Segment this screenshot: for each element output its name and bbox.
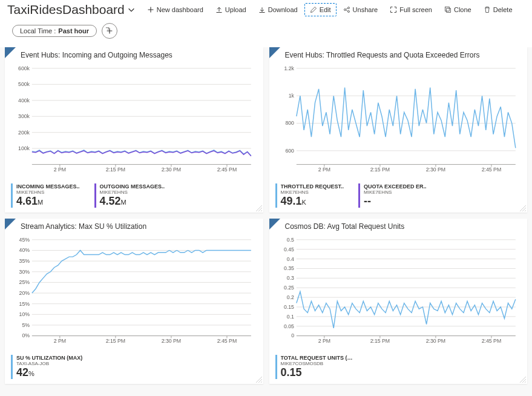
svg-text:15%: 15% <box>19 301 30 307</box>
upload-button[interactable]: Upload <box>210 3 252 16</box>
svg-text:2:15 PM: 2:15 PM <box>370 338 389 344</box>
svg-text:2 PM: 2 PM <box>318 167 330 173</box>
legend-label: SU % UTILIZATION (MAX) <box>16 355 82 361</box>
legend-value: -- <box>364 195 427 208</box>
svg-text:2:45 PM: 2:45 PM <box>481 338 501 344</box>
legend-value: 49.1K <box>281 195 344 208</box>
legend-item[interactable]: SU % UTILIZATION (MAX) TAXI-ASA-JOB 42% <box>11 355 82 379</box>
legend-sublabel: MIKE7COSMOSDB <box>281 361 353 366</box>
svg-text:0.05: 0.05 <box>284 323 294 329</box>
svg-text:0.45: 0.45 <box>284 246 294 252</box>
plus-icon <box>147 6 154 13</box>
legend-value: 4.52M <box>100 195 165 208</box>
tile-menu-corner[interactable] <box>5 219 16 229</box>
svg-text:20%: 20% <box>19 290 30 296</box>
svg-text:600k: 600k <box>18 65 30 71</box>
edit-button[interactable]: Edit <box>304 3 337 16</box>
svg-rect-4 <box>447 8 451 13</box>
svg-text:2:45 PM: 2:45 PM <box>481 167 501 173</box>
svg-point-0 <box>344 9 346 11</box>
fullscreen-button[interactable]: Full screen <box>384 3 438 16</box>
toolbar: New dashboard Upload Download Edit Unsha… <box>142 3 518 16</box>
upload-icon <box>215 6 223 13</box>
trash-icon <box>484 6 491 13</box>
tile-title: Stream Analytics: Max SU % Utilization <box>21 222 257 231</box>
legend-item[interactable]: QUOTA EXCEEDED ER.. MIKE7EHNS -- <box>358 183 427 208</box>
add-filter-icon <box>105 27 114 35</box>
svg-text:2:15 PM: 2:15 PM <box>106 167 125 173</box>
legend-label: QUOTA EXCEEDED ER.. <box>364 183 427 190</box>
resize-handle-icon[interactable] <box>520 205 526 211</box>
svg-text:2:45 PM: 2:45 PM <box>217 338 237 344</box>
legend-value: 0.15 <box>281 366 353 379</box>
svg-text:10%: 10% <box>19 311 30 317</box>
svg-text:2:45 PM: 2:45 PM <box>217 167 237 173</box>
legend-sublabel: MIKE7EHNS <box>16 190 80 195</box>
legend-item[interactable]: INCOMING MESSAGES.. MIKE7EHNS 4.61M <box>11 183 80 208</box>
chart-eventhubs-messages[interactable]: 100k200k300k400k500k600k2 PM2:15 PM2:30 … <box>11 63 257 178</box>
svg-text:0.35: 0.35 <box>284 265 294 271</box>
svg-text:200k: 200k <box>18 130 30 136</box>
add-filter-button[interactable] <box>102 23 117 39</box>
chart-stream-analytics[interactable]: 0%5%10%15%20%25%30%35%40%45%2 PM2:15 PM2… <box>11 234 257 349</box>
time-filter-pill[interactable]: Local Time : Past hour <box>12 25 97 37</box>
unshare-icon <box>343 6 350 13</box>
legend-label: OUTGOING MESSAGES.. <box>100 183 165 190</box>
pencil-icon <box>310 6 317 13</box>
legend-sublabel: MIKE7EHNS <box>100 190 165 195</box>
svg-text:0.5: 0.5 <box>286 237 294 243</box>
chart-eventhubs-throttled[interactable]: 6008001k1.2k2 PM2:15 PM2:30 PM2:45 PM <box>275 63 522 178</box>
svg-text:30%: 30% <box>19 269 30 275</box>
clone-button[interactable]: Clone <box>439 3 477 16</box>
resize-handle-icon[interactable] <box>256 377 262 383</box>
svg-text:2 PM: 2 PM <box>54 338 66 344</box>
legend-item[interactable]: OUTGOING MESSAGES.. MIKE7EHNS 4.52M <box>94 183 165 208</box>
chart-legend: INCOMING MESSAGES.. MIKE7EHNS 4.61MOUTGO… <box>11 180 257 208</box>
tile-title: Cosmos DB: Avg Total Request Units <box>285 222 522 231</box>
svg-text:0.3: 0.3 <box>286 275 294 281</box>
legend-value: 4.61M <box>16 195 80 208</box>
clone-icon <box>444 6 452 13</box>
legend-item[interactable]: THROTTLED REQUEST.. MIKE7EHNS 49.1K <box>275 183 344 208</box>
resize-handle-icon[interactable] <box>256 205 262 211</box>
download-button[interactable]: Download <box>253 3 303 16</box>
svg-text:800: 800 <box>285 120 294 126</box>
svg-text:25%: 25% <box>19 279 30 285</box>
dashboard-title: TaxiRidesDashboard <box>7 2 125 17</box>
legend-label: THROTTLED REQUEST.. <box>281 183 344 190</box>
svg-text:300k: 300k <box>18 113 30 119</box>
svg-text:2:30 PM: 2:30 PM <box>162 167 181 173</box>
svg-text:5%: 5% <box>22 322 30 328</box>
unshare-button[interactable]: Unshare <box>338 3 384 16</box>
svg-text:0.2: 0.2 <box>286 294 294 300</box>
svg-text:600: 600 <box>285 148 294 154</box>
chevron-down-icon <box>127 5 136 14</box>
tile-menu-corner[interactable] <box>269 219 280 229</box>
legend-label: TOTAL REQUEST UNITS (AVG) <box>281 355 353 361</box>
tile-title: Event Hubs: Throttled Requests and Quota… <box>285 51 522 59</box>
svg-text:2:15 PM: 2:15 PM <box>370 167 389 173</box>
legend-label: INCOMING MESSAGES.. <box>16 183 80 190</box>
chart-legend: THROTTLED REQUEST.. MIKE7EHNS 49.1KQUOTA… <box>275 180 522 208</box>
svg-text:0: 0 <box>291 332 294 338</box>
fullscreen-icon <box>390 6 397 13</box>
legend-sublabel: TAXI-ASA-JOB <box>16 361 82 366</box>
svg-text:500k: 500k <box>18 81 30 87</box>
tile-cosmosdb: Cosmos DB: Avg Total Request Units 00.05… <box>269 219 528 384</box>
delete-button[interactable]: Delete <box>478 3 518 16</box>
svg-text:2:30 PM: 2:30 PM <box>425 338 445 344</box>
chart-cosmosdb[interactable]: 00.050.10.150.20.250.30.350.40.450.52 PM… <box>275 234 522 349</box>
tile-menu-corner[interactable] <box>269 47 280 58</box>
legend-sublabel: MIKE7EHNS <box>281 190 344 195</box>
resize-handle-icon[interactable] <box>520 377 526 383</box>
svg-rect-3 <box>445 7 449 12</box>
filter-bar: Local Time : Past hour <box>0 17 532 47</box>
svg-text:1.2k: 1.2k <box>284 65 294 71</box>
chart-legend: TOTAL REQUEST UNITS (AVG) MIKE7COSMOSDB … <box>275 351 522 379</box>
tile-menu-corner[interactable] <box>5 47 16 58</box>
dashboard-title-dropdown[interactable]: TaxiRidesDashboard <box>7 2 139 17</box>
svg-text:100k: 100k <box>18 145 30 151</box>
download-icon <box>258 6 266 13</box>
new-dashboard-button[interactable]: New dashboard <box>142 3 209 16</box>
legend-item[interactable]: TOTAL REQUEST UNITS (AVG) MIKE7COSMOSDB … <box>275 355 353 379</box>
